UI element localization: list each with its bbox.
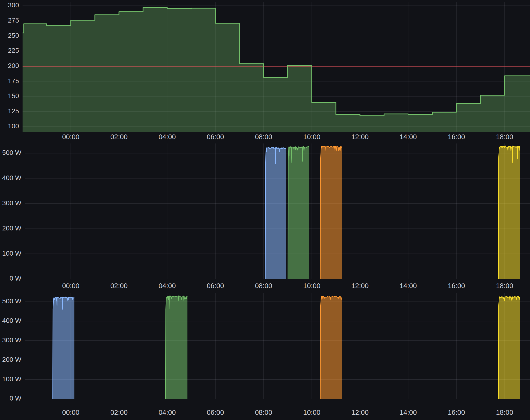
panel-middle-watts: 0 W100 W200 W300 W400 W500 W00:0002:0004… — [0, 143, 530, 292]
y-axis-tick-label: 300 — [8, 1, 19, 9]
y-axis-tick-label: 250 — [8, 32, 19, 39]
x-axis-tick-label: 10:00 — [303, 133, 321, 141]
x-axis-tick-label: 16:00 — [448, 133, 465, 141]
y-axis-tick-label: 275 — [8, 17, 19, 24]
device-blue-bar-fill — [265, 147, 286, 279]
x-axis-tick-label: 02:00 — [110, 133, 128, 141]
y-axis-tick-label: 400 W — [2, 317, 21, 324]
x-axis-tick-label: 14:00 — [400, 409, 417, 416]
x-axis-tick-label: 06:00 — [207, 282, 224, 290]
x-axis-tick-label: 10:00 — [303, 282, 321, 290]
x-axis-tick-label: 14:00 — [400, 282, 417, 290]
y-axis-tick-label: 175 — [8, 77, 19, 85]
x-axis-tick-label: 02:00 — [110, 282, 128, 290]
device-green-bar-fill — [165, 296, 187, 399]
y-axis-tick-label: 300 W — [2, 336, 21, 344]
y-axis-tick-label: 500 W — [2, 149, 21, 156]
device-orange-bar-fill — [320, 296, 342, 399]
y-axis-tick-label: 100 W — [2, 250, 21, 257]
x-axis-tick-label: 00:00 — [62, 282, 80, 290]
x-axis-tick-label: 06:00 — [207, 409, 224, 416]
y-axis-tick-label: 100 — [8, 122, 19, 130]
x-axis-tick-label: 14:00 — [400, 133, 417, 141]
y-axis-tick-label: 200 — [8, 62, 19, 69]
y-axis-tick-label: 100 W — [2, 375, 21, 383]
x-axis-tick-label: 10:00 — [303, 409, 321, 416]
bottom-device-watts-chart[interactable]: 0 W100 W200 W300 W400 W500 W00:0002:0004… — [0, 292, 530, 420]
y-axis-tick-label: 0 W — [10, 395, 21, 402]
x-axis-tick-label: 02:00 — [110, 409, 128, 416]
x-axis-tick-label: 18:00 — [496, 409, 513, 416]
x-axis-tick-label: 12:00 — [352, 282, 369, 290]
y-axis-tick-label: 400 W — [2, 174, 21, 181]
panel-top-power: 10012515017520022525027530000:0002:0004:… — [0, 0, 530, 143]
x-axis-tick-label: 08:00 — [255, 282, 272, 290]
y-axis-tick-label: 0 W — [10, 275, 21, 282]
x-axis-tick-label: 16:00 — [448, 282, 465, 290]
y-axis-tick-label: 300 W — [2, 199, 21, 207]
middle-device-watts-chart[interactable]: 0 W100 W200 W300 W400 W500 W00:0002:0004… — [0, 143, 530, 292]
y-axis-tick-label: 125 — [8, 107, 19, 115]
device-blue-bar-fill — [53, 297, 74, 399]
power-area-fill — [23, 8, 530, 132]
device-yellow-bar-fill — [499, 146, 520, 279]
y-axis-tick-label: 150 — [8, 92, 19, 100]
x-axis-tick-label: 18:00 — [496, 282, 513, 290]
x-axis-tick-label: 18:00 — [496, 133, 513, 141]
x-axis-tick-label: 00:00 — [62, 133, 80, 141]
x-axis-tick-label: 06:00 — [207, 133, 224, 141]
x-axis-tick-label: 08:00 — [255, 133, 272, 141]
panel-bottom-watts: 0 W100 W200 W300 W400 W500 W00:0002:0004… — [0, 292, 530, 420]
x-axis-tick-label: 12:00 — [352, 409, 369, 416]
device-green-bar-fill — [288, 146, 309, 279]
y-axis-tick-label: 225 — [8, 47, 19, 54]
x-axis-tick-label: 00:00 — [62, 409, 80, 416]
device-orange-bar-fill — [320, 146, 342, 279]
x-axis-tick-label: 08:00 — [255, 409, 272, 416]
x-axis-tick-label: 04:00 — [159, 133, 176, 141]
dashboard: 10012515017520022525027530000:0002:0004:… — [0, 0, 530, 420]
y-axis-tick-label: 200 W — [2, 225, 21, 232]
y-axis-tick-label: 500 W — [2, 298, 21, 305]
gridlines — [25, 293, 530, 399]
x-axis-tick-label: 04:00 — [159, 409, 176, 416]
top-power-step-chart[interactable]: 10012515017520022525027530000:0002:0004:… — [0, 0, 530, 143]
x-axis-tick-label: 16:00 — [448, 409, 465, 416]
x-axis-tick-label: 12:00 — [352, 133, 369, 141]
device-yellow-bar-fill — [499, 297, 520, 399]
y-axis-tick-label: 200 W — [2, 356, 21, 363]
x-axis-tick-label: 04:00 — [159, 282, 176, 290]
